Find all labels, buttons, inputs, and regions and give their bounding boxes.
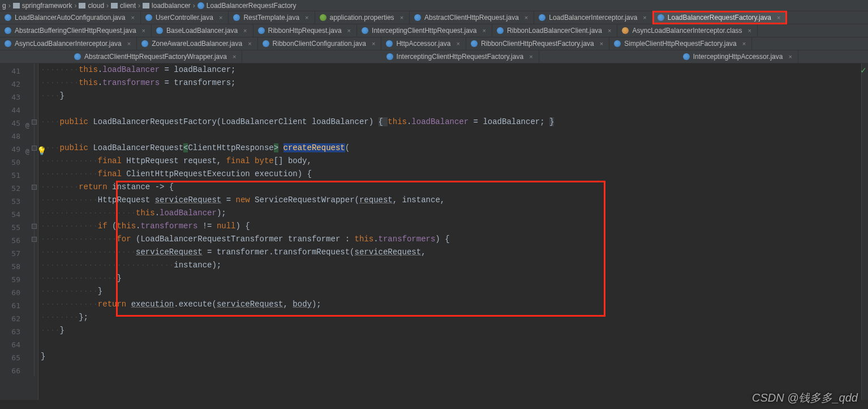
- editor-tab[interactable]: AbstractClientHttpRequest.java×: [410, 11, 534, 24]
- close-icon[interactable]: ×: [400, 14, 403, 21]
- folder-icon: [143, 3, 149, 8]
- tab-label: LoadBalancerAutoConfiguration.java: [15, 14, 125, 22]
- file-icon: [658, 14, 664, 21]
- editor-tab[interactable]: AsyncLoadBalancerInterceptor.java×: [0, 37, 137, 50]
- close-icon[interactable]: ×: [600, 40, 603, 47]
- close-icon[interactable]: ×: [131, 14, 134, 21]
- close-icon[interactable]: ×: [219, 14, 222, 21]
- close-icon[interactable]: ×: [748, 27, 751, 34]
- close-icon[interactable]: ×: [372, 40, 375, 47]
- tab-label: AbstractClientHttpRequestFactoryWrapper.…: [84, 53, 227, 61]
- editor-tab[interactable]: HttpAccessor.java×: [381, 37, 466, 50]
- close-icon[interactable]: ×: [305, 14, 308, 21]
- tab-label: RibbonLoadBalancerClient.java: [507, 27, 602, 35]
- fold-toggle[interactable]: [32, 237, 37, 242]
- checkmark-icon: ✓: [860, 66, 867, 75]
- editor-tab[interactable]: RibbonClientHttpRequestFactory.java×: [466, 37, 609, 50]
- editor-tab[interactable]: LoadBalancerRequestFactory.java×: [653, 11, 787, 24]
- editor-tab[interactable]: InterceptingClientHttpRequestFactory.jav…: [382, 50, 539, 63]
- editor-tab[interactable]: AbstractClientHttpRequestFactoryWrapper.…: [70, 50, 242, 63]
- close-icon[interactable]: ×: [243, 27, 247, 34]
- tab-label: InterceptingClientHttpRequestFactory.jav…: [397, 53, 524, 61]
- tab-label: AbstractClientHttpRequest.java: [424, 14, 519, 22]
- breadcrumb-item[interactable]: LoadBalancerRequestFactory: [197, 2, 297, 10]
- tab-label: RestTemplate.java: [243, 14, 299, 22]
- fold-toggle[interactable]: [32, 224, 37, 229]
- close-icon[interactable]: ×: [777, 14, 780, 21]
- editor-tab[interactable]: LoadBalancerAutoConfiguration.java×: [0, 11, 141, 24]
- fold-toggle[interactable]: [32, 185, 37, 190]
- close-icon[interactable]: ×: [127, 40, 131, 47]
- watermark-text: CSDN @钱多多_qdd: [752, 390, 858, 406]
- tab-label: RibbonHttpRequest.java: [268, 27, 342, 35]
- breadcrumb[interactable]: g› springframework› cloud› client› loadb…: [0, 0, 868, 11]
- close-icon[interactable]: ×: [233, 53, 236, 60]
- file-icon: [414, 14, 421, 21]
- breadcrumb-item[interactable]: springframework: [13, 2, 72, 10]
- line-number-gutter: 41424344@4548@49💡50515253545556575859606…: [0, 63, 31, 400]
- editor-tab[interactable]: RibbonHttpRequest.java×: [253, 24, 358, 37]
- file-icon: [683, 53, 690, 60]
- error-stripe[interactable]: ✓: [861, 63, 868, 400]
- editor-tab[interactable]: AbstractBufferingClientHttpRequest.java×: [0, 24, 152, 37]
- tab-label: AbstractBufferingClientHttpRequest.java: [15, 27, 136, 35]
- breadcrumb-item[interactable]: g: [2, 2, 6, 10]
- fold-column[interactable]: [31, 63, 38, 400]
- file-icon: [386, 40, 393, 47]
- close-icon[interactable]: ×: [742, 40, 746, 47]
- editor-tab[interactable]: RibbonLoadBalancerClient.java×: [492, 24, 618, 37]
- close-icon[interactable]: ×: [643, 14, 646, 21]
- close-icon[interactable]: ×: [248, 40, 251, 47]
- editor-tabs: LoadBalancerAutoConfiguration.java×UserC…: [0, 11, 868, 63]
- file-icon: [320, 14, 326, 21]
- close-icon[interactable]: ×: [142, 27, 145, 34]
- breadcrumb-item[interactable]: client: [111, 2, 136, 10]
- fold-toggle[interactable]: [32, 146, 37, 151]
- file-icon: [614, 40, 621, 47]
- code-editor[interactable]: 41424344@4548@49💡50515253545556575859606…: [0, 63, 868, 400]
- tab-label: HttpAccessor.java: [396, 40, 450, 48]
- tab-label: LoadBalancerRequestFactory.java: [668, 14, 771, 22]
- file-icon: [233, 14, 240, 21]
- code-area[interactable]: ········this.loadBalancer = loadBalancer…: [38, 63, 554, 400]
- file-icon: [263, 40, 269, 47]
- file-icon: [362, 27, 368, 34]
- tab-label: UserController.java: [156, 14, 213, 22]
- file-icon: [5, 27, 11, 34]
- close-icon[interactable]: ×: [608, 27, 611, 34]
- editor-tab[interactable]: UserController.java×: [141, 11, 229, 24]
- editor-tab[interactable]: RestTemplate.java×: [229, 11, 315, 24]
- file-icon: [5, 40, 11, 47]
- tab-label: AsyncLoadBalancerInterceptor.class: [632, 27, 742, 35]
- fold-toggle[interactable]: [32, 120, 37, 125]
- close-icon[interactable]: ×: [529, 53, 532, 60]
- close-icon[interactable]: ×: [525, 14, 528, 21]
- file-icon: [145, 14, 152, 21]
- file-icon: [74, 53, 81, 60]
- editor-tab[interactable]: RibbonClientConfiguration.java×: [258, 37, 382, 50]
- close-icon[interactable]: ×: [456, 40, 459, 47]
- file-icon: [539, 14, 545, 21]
- file-icon: [141, 40, 148, 47]
- breadcrumb-item[interactable]: cloud: [79, 2, 104, 10]
- editor-tab[interactable]: BaseLoadBalancer.java×: [152, 24, 253, 37]
- close-icon[interactable]: ×: [347, 27, 351, 34]
- close-icon[interactable]: ×: [482, 27, 485, 34]
- editor-tab[interactable]: AsyncLoadBalancerInterceptor.class×: [617, 24, 758, 37]
- folder-icon: [79, 3, 85, 8]
- editor-tab[interactable]: ZoneAwareLoadBalancer.java×: [137, 37, 257, 50]
- file-icon: [258, 27, 265, 34]
- tab-label: SimpleClientHttpRequestFactory.java: [624, 40, 737, 48]
- file-icon: [156, 27, 163, 34]
- file-icon: [497, 27, 504, 34]
- tab-label: RibbonClientConfiguration.java: [273, 40, 366, 48]
- editor-tab[interactable]: application.properties×: [315, 11, 410, 24]
- tab-label: InterceptingClientHttpRequest.java: [372, 27, 476, 35]
- editor-tab[interactable]: InterceptingHttpAccessor.java×: [678, 50, 798, 63]
- close-icon[interactable]: ×: [788, 53, 792, 60]
- editor-tab[interactable]: SimpleClientHttpRequestFactory.java×: [609, 37, 752, 50]
- editor-tab[interactable]: InterceptingClientHttpRequest.java×: [357, 24, 492, 37]
- editor-tab[interactable]: LoadBalancerInterceptor.java×: [534, 11, 653, 24]
- tab-label: LoadBalancerInterceptor.java: [549, 14, 637, 22]
- breadcrumb-item[interactable]: loadbalancer: [143, 2, 191, 10]
